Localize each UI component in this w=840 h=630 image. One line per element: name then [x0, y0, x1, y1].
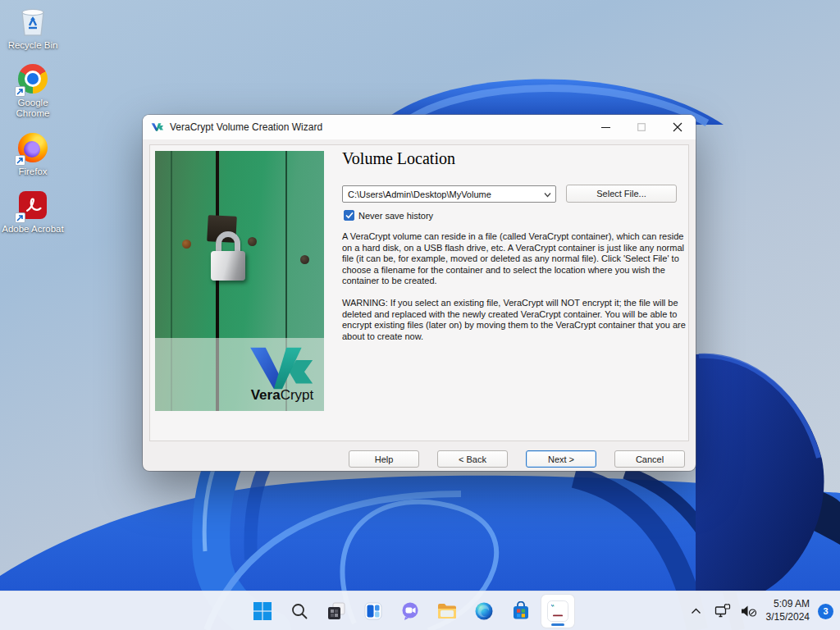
hidden-icons-chevron-button[interactable] — [687, 599, 705, 623]
recycle-bin-icon — [16, 5, 49, 38]
help-button[interactable]: Help — [349, 450, 419, 468]
veracrypt-taskbar-button[interactable] — [541, 595, 574, 628]
task-view-button[interactable] — [320, 595, 353, 628]
veracrypt-logo — [247, 346, 317, 390]
checkmark-icon — [345, 212, 354, 219]
clock[interactable]: 5:09 AM 3/15/2024 — [766, 598, 810, 623]
edge-icon — [474, 601, 494, 621]
chat-button[interactable] — [394, 595, 427, 628]
shortcut-arrow-icon — [15, 212, 25, 223]
edge-button[interactable] — [468, 595, 500, 628]
volume-path-value: C:\Users\Admin\Desktop\MyVolume — [348, 189, 491, 199]
never-save-history-label: Never save history — [358, 211, 433, 221]
desktop-icon-label: Adobe Acrobat — [2, 224, 63, 235]
volume-path-combobox[interactable]: C:\Users\Admin\Desktop\MyVolume — [342, 185, 556, 203]
firefox-icon — [16, 131, 49, 164]
next-button[interactable]: Next > — [526, 450, 596, 468]
desktop-icon-adobe-acrobat[interactable]: Adobe Acrobat — [2, 189, 64, 235]
desktop-icon-label: Google Chrome — [2, 98, 64, 119]
widgets-icon — [363, 601, 383, 621]
tray-time: 5:09 AM — [766, 598, 810, 611]
desktop-icon-firefox[interactable]: Firefox — [2, 131, 64, 177]
notification-badge[interactable]: 3 — [818, 604, 833, 619]
widgets-button[interactable] — [357, 595, 390, 628]
desktop-icons: Recycle Bin Google Chrome Firefox — [2, 5, 64, 235]
maximize-button[interactable] — [623, 115, 660, 139]
minimize-icon — [601, 123, 610, 132]
file-explorer-button[interactable] — [431, 595, 463, 628]
windows-start-icon — [253, 601, 272, 621]
cancel-button[interactable]: Cancel — [614, 450, 685, 468]
taskbar: 5:09 AM 3/15/2024 3 — [0, 591, 840, 630]
tray-date: 3/15/2024 — [766, 611, 810, 624]
never-save-history-checkbox[interactable] — [344, 210, 354, 221]
shortcut-arrow-icon — [15, 86, 25, 97]
desktop-icon-label: Firefox — [18, 167, 47, 177]
close-button[interactable] — [660, 115, 696, 139]
window-title: VeraCrypt Volume Creation Wizard — [170, 121, 322, 133]
shortcut-arrow-icon — [15, 155, 25, 166]
file-explorer-icon — [436, 601, 458, 621]
network-tray-button[interactable] — [714, 599, 732, 623]
active-app-indicator — [551, 623, 564, 626]
padlock-icon — [216, 231, 240, 253]
chat-icon — [400, 601, 420, 621]
desktop-icon-google-chrome[interactable]: Google Chrome — [2, 62, 64, 119]
back-button[interactable]: < Back — [437, 450, 508, 468]
microsoft-store-icon — [511, 601, 531, 621]
volume-muted-icon — [741, 605, 757, 618]
veracrypt-wordmark: VeraCrypt — [251, 387, 314, 404]
microsoft-store-button[interactable] — [504, 595, 537, 628]
select-file-button[interactable]: Select File... — [566, 185, 677, 203]
description-paragraph: A VeraCrypt volume can reside in a file … — [342, 231, 690, 287]
volume-tray-button[interactable] — [740, 599, 758, 623]
wizard-banner-image: VeraCrypt — [155, 151, 324, 411]
minimize-button[interactable] — [587, 115, 623, 139]
veracrypt-icon — [547, 600, 568, 622]
chrome-icon — [16, 62, 49, 95]
acrobat-icon — [16, 189, 49, 221]
maximize-icon — [637, 123, 646, 131]
network-icon — [714, 604, 731, 619]
start-button[interactable] — [246, 595, 279, 628]
veracrypt-window-icon — [151, 121, 164, 134]
veracrypt-wizard-window: VeraCrypt Volume Creation Wizard VeraCry… — [143, 115, 696, 471]
warning-paragraph: WARNING: If you select an existing file,… — [342, 298, 690, 342]
search-button[interactable] — [283, 595, 316, 628]
task-view-icon — [326, 601, 346, 621]
chevron-down-icon — [543, 190, 552, 199]
desktop-icon-label: Recycle Bin — [8, 40, 58, 51]
desktop-icon-recycle-bin[interactable]: Recycle Bin — [2, 5, 64, 51]
chevron-up-icon — [691, 608, 701, 614]
page-title: Volume Location — [342, 149, 455, 168]
close-icon — [673, 122, 682, 132]
search-icon — [290, 602, 308, 620]
